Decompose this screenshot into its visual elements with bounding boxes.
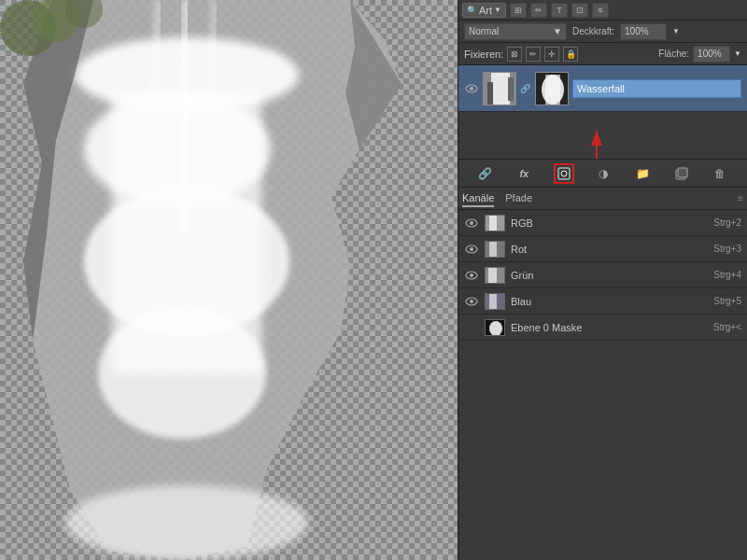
svg-point-47 <box>489 321 502 336</box>
svg-point-33 <box>470 247 473 251</box>
channels-list: RGB Strg+2 Rot Strg+3 <box>458 210 747 341</box>
tab-kanale[interactable]: Kanäle <box>462 190 494 207</box>
channel-name-rgb: RGB <box>511 217 708 229</box>
fixieren-lock-icon[interactable]: 🔒 <box>563 47 578 62</box>
svg-point-29 <box>470 221 473 225</box>
panel-menu-icon[interactable]: ≡ <box>592 3 609 18</box>
layer-thumbnail <box>483 72 516 105</box>
layer-link-icon: 🔗 <box>520 84 529 93</box>
channel-row-blau[interactable]: Blau Strg+5 <box>458 288 747 315</box>
channel-thumb-rgb <box>485 215 505 231</box>
svg-rect-43 <box>489 294 497 310</box>
link-tool-btn[interactable]: 🔗 <box>476 164 495 183</box>
svg-point-37 <box>470 273 473 277</box>
canvas-area <box>0 0 458 560</box>
new-folder-btn[interactable]: 📁 <box>633 164 652 183</box>
opacity-label: Deckkraft: <box>572 26 614 36</box>
svg-point-12 <box>65 485 308 560</box>
svg-rect-21 <box>545 75 560 105</box>
layer-name-input[interactable] <box>572 79 741 98</box>
channel-shortcut-blau: Strg+5 <box>713 296 741 306</box>
grid-view-icon[interactable]: ⊞ <box>510 3 527 18</box>
search-dropdown-icon: ▼ <box>494 6 501 14</box>
svg-point-25 <box>561 171 567 176</box>
right-panel: 🔍 Art ▼ ⊞ ✏ T ⊡ ≡ Normal ▼ Deckkraft: 10… <box>458 0 747 560</box>
add-layer-mask-btn[interactable] <box>554 163 574 184</box>
channel-eye-rgb[interactable] <box>464 216 479 231</box>
flache-label: Fläche: <box>658 49 689 59</box>
channel-thumb-gruen <box>485 267 505 284</box>
layer-mask-thumbnail <box>535 72 569 105</box>
tab-pfade[interactable]: Pfade <box>505 190 532 207</box>
channel-shortcut-mask: Strg+< <box>713 322 741 332</box>
channel-name-rot: Rot <box>511 244 708 255</box>
adjustment-layer-btn[interactable]: ◑ <box>594 164 613 183</box>
svg-rect-31 <box>489 216 497 231</box>
svg-line-10 <box>182 0 187 233</box>
channel-row-gruen[interactable]: Grün Strg+4 <box>458 262 747 288</box>
svg-rect-18 <box>508 77 514 101</box>
svg-rect-16 <box>491 73 510 105</box>
delete-layer-btn[interactable]: 🗑 <box>711 164 729 183</box>
channel-eye-gruen[interactable] <box>464 268 479 283</box>
flache-dropdown-icon: ▼ <box>734 49 741 58</box>
search-box[interactable]: 🔍 Art ▼ <box>462 3 506 18</box>
fixieren-row: Fixieren: ⊠ ✏ ✛ 🔒 Fläche: 100% ▼ <box>458 43 747 65</box>
channel-shortcut-rot: Strg+3 <box>713 244 741 254</box>
channel-name-mask: Ebene 0 Maske <box>511 322 708 333</box>
opacity-dropdown-icon: ▼ <box>672 27 680 35</box>
new-layer-btn[interactable] <box>672 164 691 183</box>
channel-shortcut-gruen: Strg+4 <box>713 270 741 280</box>
svg-rect-27 <box>678 168 687 177</box>
brush-icon[interactable]: ✏ <box>530 3 547 18</box>
layer-visibility-toggle[interactable] <box>464 81 479 96</box>
crop-icon[interactable]: ⊡ <box>571 3 588 18</box>
blend-opacity-row: Normal ▼ Deckkraft: 100% ▼ <box>458 21 747 43</box>
svg-rect-24 <box>558 168 570 179</box>
svg-point-41 <box>470 300 473 303</box>
channel-thumb-rot <box>485 241 505 258</box>
fx-tool-btn[interactable]: fx <box>514 164 533 183</box>
channel-name-blau: Blau <box>511 296 708 307</box>
channel-thumb-blau <box>485 293 505 310</box>
svg-point-5 <box>98 308 266 439</box>
svg-rect-39 <box>488 268 497 284</box>
svg-rect-17 <box>487 82 493 105</box>
panel-options-icon[interactable]: ≡ <box>738 193 743 203</box>
fixieren-brush-icon[interactable]: ✏ <box>526 47 541 62</box>
channel-row-rgb[interactable]: RGB Strg+2 <box>458 210 747 236</box>
annotation-area <box>458 112 747 159</box>
svg-point-14 <box>470 87 473 91</box>
channels-tabs: Kanäle Pfade ≡ <box>458 188 747 210</box>
blend-dropdown-icon: ▼ <box>553 26 562 36</box>
channel-shortcut-rgb: Strg+2 <box>713 217 741 228</box>
svg-rect-35 <box>489 242 497 258</box>
search-label: Art <box>479 5 492 16</box>
fixieren-move-icon[interactable]: ✛ <box>544 47 559 62</box>
channel-name-gruen: Grün <box>511 270 708 281</box>
opacity-input[interactable]: 100% <box>620 23 667 40</box>
channel-thumb-mask <box>485 319 505 336</box>
blend-mode-select[interactable]: Normal ▼ <box>464 23 567 40</box>
text-icon[interactable]: T <box>551 3 568 18</box>
channel-row-rot[interactable]: Rot Strg+3 <box>458 236 747 262</box>
flache-input[interactable]: 100% <box>693 46 730 63</box>
channel-eye-rot[interactable] <box>464 242 479 257</box>
search-icon: 🔍 <box>467 6 477 15</box>
top-toolbar: 🔍 Art ▼ ⊞ ✏ T ⊡ ≡ <box>458 0 747 21</box>
channels-panel: Kanäle Pfade ≡ RGB <box>458 187 747 341</box>
fixieren-label: Fixieren: <box>464 49 503 60</box>
layer-tools-bar: 🔗 fx ◑ 📁 🗑 <box>458 159 747 187</box>
red-arrow-annotation <box>458 112 747 159</box>
fixieren-checkerboard-icon[interactable]: ⊠ <box>507 47 522 62</box>
layer-item-wasserfall[interactable]: 🔗 <box>458 65 747 112</box>
channel-row-mask[interactable]: Ebene 0 Maske Strg+< <box>458 315 747 341</box>
layers-area: 🔗 <box>458 65 747 159</box>
channel-eye-blau[interactable] <box>464 294 479 309</box>
waterfall-image <box>0 0 458 560</box>
